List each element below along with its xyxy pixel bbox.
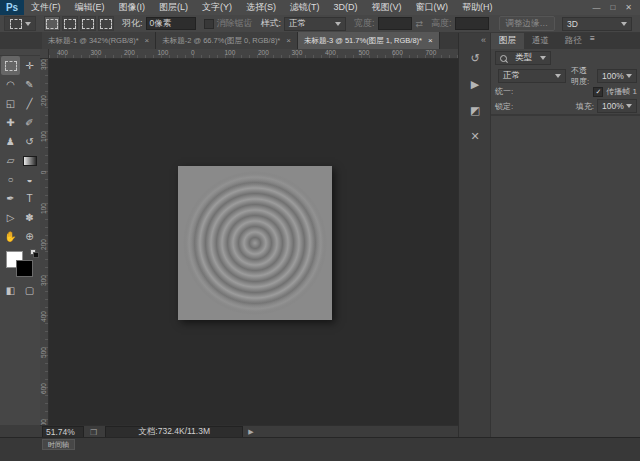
menu-item[interactable]: 图层(L): [152, 0, 195, 15]
clone-stamp-tool-icon: ♟: [6, 137, 15, 147]
styles-panel-icon[interactable]: ◩: [459, 97, 491, 123]
adjustments-panel-icon[interactable]: ✕: [459, 123, 491, 149]
color-swatches: [5, 249, 35, 277]
refine-edge-button[interactable]: 调整边缘…: [499, 16, 556, 31]
fill-value: 100%: [602, 101, 624, 111]
feather-input[interactable]: 0像素: [146, 17, 196, 30]
menu-item[interactable]: 选择(S): [239, 0, 283, 15]
quick-selection-tool[interactable]: ✎: [20, 75, 39, 94]
fill-dropdown[interactable]: 100%: [597, 99, 637, 113]
minimize-button[interactable]: —: [592, 0, 600, 15]
eraser-tool[interactable]: ▱: [1, 151, 20, 170]
panel-tabs: 图层通道路径≡: [491, 33, 640, 49]
blend-mode-dropdown[interactable]: 正常: [498, 69, 566, 83]
type-tool[interactable]: T: [20, 189, 39, 208]
panel-tab-通道[interactable]: 通道: [524, 33, 557, 49]
antialias-checkbox[interactable]: [204, 19, 214, 29]
panel-tab-路径[interactable]: 路径: [557, 33, 590, 49]
screen-mode-button[interactable]: ▢: [20, 281, 39, 300]
crop-tool[interactable]: ◱: [1, 94, 20, 113]
menu-item[interactable]: 3D(D): [327, 0, 365, 15]
path-selection-tool[interactable]: ▷: [1, 208, 20, 227]
style-dropdown[interactable]: 正常: [284, 17, 346, 31]
document-tab-2[interactable]: 未标题-2 @ 66.7%(图层 0, RGB/8)*×: [156, 32, 298, 49]
document-tab-1[interactable]: 未标题-1 @ 342%(RGB/8)*×: [42, 32, 156, 49]
menu-item[interactable]: 视图(V): [365, 0, 409, 15]
move-tool[interactable]: ✛: [20, 56, 39, 75]
history-brush-tool[interactable]: ↺: [20, 132, 39, 151]
hand-tool[interactable]: ✋: [1, 227, 20, 246]
blur-tool[interactable]: ○: [1, 170, 20, 189]
actions-panel-icon[interactable]: ▶: [459, 71, 491, 97]
close-tab-icon[interactable]: ×: [145, 36, 150, 45]
custom-shape-tool-icon: ✽: [25, 213, 33, 223]
propagate-frame-checkbox[interactable]: ✓: [593, 87, 603, 97]
brush-tool-icon: ✐: [25, 118, 33, 128]
tool-options-bar: 羽化: 0像素 消除锯齿 样式: 正常 宽度: ⇄ 高度: 调整边缘… 3D: [0, 15, 640, 33]
menu-item[interactable]: 帮助(H): [455, 0, 500, 15]
quick-mask-button[interactable]: ◧: [1, 281, 20, 300]
history-panel-icon[interactable]: ↺: [459, 45, 491, 71]
timeline-tab[interactable]: 时间轴: [42, 439, 75, 450]
add-selection-mode[interactable]: [62, 16, 78, 31]
opacity-dropdown[interactable]: 100%: [597, 69, 637, 83]
lock-label: 锁定:: [495, 101, 513, 112]
lasso-tool[interactable]: ◠: [1, 75, 20, 94]
panel-tab-图层[interactable]: 图层: [491, 33, 524, 49]
custom-shape-tool[interactable]: ✽: [20, 208, 39, 227]
intersect-selection-mode[interactable]: [98, 16, 114, 31]
menu-item[interactable]: 图像(I): [112, 0, 153, 15]
menu-item[interactable]: 滤镜(T): [283, 0, 327, 15]
gradient-tool[interactable]: [20, 151, 39, 170]
rectangular-marquee-tool-icon: [5, 61, 17, 71]
ruler-number: 300: [40, 55, 47, 75]
status-flyout-icon[interactable]: ▶: [248, 428, 253, 436]
panel-menu-icon[interactable]: ≡: [590, 33, 595, 49]
move-tool-icon: ✛: [25, 61, 33, 71]
subtract-selection-mode[interactable]: [80, 16, 96, 31]
dodge-tool[interactable]: ◒: [20, 170, 39, 189]
vertical-ruler[interactable]: 3002001000100200300400500600700: [40, 59, 49, 425]
default-colors-icon[interactable]: [30, 249, 37, 256]
chevron-down-icon: [621, 22, 627, 26]
brush-tool[interactable]: ✐: [20, 113, 39, 132]
zoom-tool[interactable]: ⊕: [20, 227, 39, 246]
swap-dimensions-icon[interactable]: ⇄: [416, 19, 424, 29]
menu-item[interactable]: 窗口(W): [409, 0, 456, 15]
workspace-switcher[interactable]: 3D: [562, 17, 632, 31]
document-image[interactable]: [178, 166, 332, 320]
maximize-button[interactable]: □: [610, 0, 615, 15]
rectangular-marquee-tool[interactable]: [1, 56, 20, 75]
ruler-number: 0: [191, 49, 195, 56]
close-button[interactable]: ✕: [625, 0, 632, 15]
document-tab-3[interactable]: 未标题-3 @ 51.7%(图层 1, RGB/8)*×: [298, 32, 440, 49]
tool-preset-dropdown[interactable]: [4, 16, 36, 31]
gradient-tool-icon: [23, 156, 37, 166]
new-selection-mode[interactable]: [44, 16, 60, 31]
screen-mode-icon: ▢: [25, 286, 34, 296]
menu-item[interactable]: 文件(F): [24, 0, 68, 15]
search-icon: [500, 55, 507, 62]
ruler-number: 400: [40, 307, 47, 327]
menu-item[interactable]: 文字(Y): [195, 0, 239, 15]
menu-bar: Ps 文件(F)编辑(E)图像(I)图层(L)文字(Y)选择(S)滤镜(T)3D…: [0, 0, 640, 16]
clone-stamp-tool[interactable]: ♟: [1, 132, 20, 151]
zoom-tool-icon: ⊕: [25, 232, 33, 242]
background-color-swatch[interactable]: [16, 260, 33, 277]
expand-dock-icon[interactable]: «: [459, 33, 490, 45]
healing-brush-tool[interactable]: ✚: [1, 113, 20, 132]
close-tab-icon[interactable]: ×: [286, 36, 291, 45]
width-label: 宽度:: [354, 17, 375, 30]
filter-type-dropdown[interactable]: 类型: [495, 51, 551, 65]
close-tab-icon[interactable]: ×: [428, 36, 433, 45]
ruler-number: 300: [91, 49, 102, 56]
width-input[interactable]: [378, 17, 412, 30]
unify-row: 统一: ✓ 传播帧 1: [491, 85, 640, 98]
eyedropper-tool[interactable]: ╱: [20, 94, 39, 113]
height-input[interactable]: [455, 17, 489, 30]
horizontal-ruler[interactable]: 4003002001000100200300400500600700800: [49, 49, 458, 59]
menu-item[interactable]: 编辑(E): [68, 0, 112, 15]
toolbar-grip[interactable]: [0, 49, 40, 56]
pen-tool[interactable]: ✒: [1, 189, 20, 208]
menu-items: 文件(F)编辑(E)图像(I)图层(L)文字(Y)选择(S)滤镜(T)3D(D)…: [24, 0, 500, 15]
